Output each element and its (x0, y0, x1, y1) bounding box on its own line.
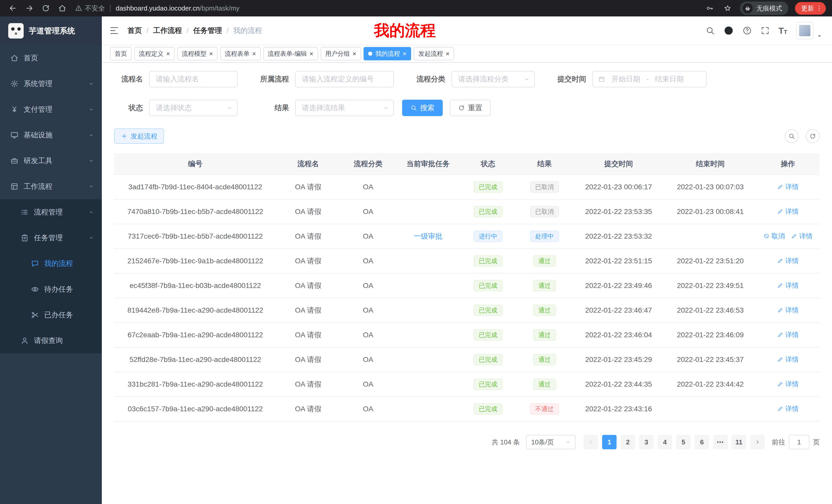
sidebar-item-home[interactable]: 首页 (0, 45, 102, 71)
header-search-icon[interactable] (705, 26, 715, 35)
cell-id: 7317cec6-7b9b-11ec-b5b7-acde48001122 (114, 224, 277, 249)
sidebar-item-payment-management[interactable]: 支付管理 (0, 96, 102, 122)
tab-process-model[interactable]: 流程模型× (177, 47, 217, 60)
submit-time-range-picker[interactable]: 开始日期 - 结束日期 (592, 71, 706, 87)
table-row: 7470a810-7b9b-11ec-b5b7-acde48001122OA 请… (114, 199, 820, 224)
update-button[interactable]: 更新 (795, 2, 826, 15)
close-icon[interactable]: × (209, 50, 213, 57)
browser-menu-icon[interactable] (815, 5, 823, 12)
browser-forward-icon[interactable] (23, 2, 36, 15)
close-icon[interactable]: × (402, 50, 407, 57)
page-size-select[interactable]: 10条/页 (526, 435, 575, 449)
sidebar-item-todo-tasks[interactable]: 待办任务 (0, 276, 102, 302)
pagination: 共 104 条 10条/页 123456•••11 前往 页 (114, 435, 820, 449)
sidebar-item-task-management[interactable]: 任务管理 (0, 225, 102, 251)
cell-result: 通过 (516, 372, 573, 397)
address-bar[interactable]: 不安全 dashboard.yudao.iocoder.cn/bpm/task/… (75, 4, 701, 13)
tab-process-form[interactable]: 流程表单× (220, 47, 260, 60)
detail-button[interactable]: 详情 (777, 281, 799, 290)
detail-button[interactable]: 详情 (777, 404, 799, 413)
url-text[interactable]: dashboard.yudao.iocoder.cn/bpm/task/my (116, 4, 239, 12)
sidebar-item-dev-tools[interactable]: 研发工具 (0, 148, 102, 174)
close-icon[interactable]: × (166, 50, 170, 57)
user-menu[interactable] (796, 22, 823, 39)
refresh-table-icon[interactable] (806, 129, 820, 143)
detail-button[interactable]: 详情 (777, 183, 799, 191)
sidebar-toggle-icon[interactable] (109, 25, 119, 36)
security-warning[interactable]: 不安全 (75, 4, 105, 13)
cell-status: 已完成 (460, 372, 517, 397)
tab-process-definition[interactable]: 流程定义× (134, 47, 175, 60)
cancel-button[interactable]: 取消 (763, 232, 785, 241)
detail-button[interactable]: 详情 (777, 380, 799, 389)
current-task-link[interactable]: 一级审批 (414, 232, 442, 240)
page-button-2[interactable]: 2 (621, 435, 635, 449)
breadcrumb-item[interactable]: 任务管理 (193, 26, 222, 35)
create-process-button[interactable]: 发起流程 (114, 129, 164, 144)
next-page-button[interactable] (750, 435, 765, 449)
browser-back-icon[interactable] (6, 2, 20, 15)
tab-process-form-edit[interactable]: 流程表单-编辑× (263, 47, 318, 60)
close-icon[interactable]: × (353, 50, 356, 57)
sidebar-item-workflow[interactable]: 工作流程 (0, 174, 102, 199)
sidebar-item-infrastructure[interactable]: 基础设施 (0, 122, 102, 148)
tab-home[interactable]: 首页 (110, 47, 132, 60)
tab-my-process[interactable]: 我的流程× (364, 47, 411, 60)
parent-process-input[interactable] (295, 71, 394, 87)
page-button-4[interactable]: 4 (658, 435, 672, 449)
breadcrumb-item[interactable]: 工作流程 (153, 26, 182, 35)
close-icon[interactable]: × (252, 50, 256, 57)
search-button[interactable]: 搜索 (402, 100, 443, 116)
detail-button[interactable]: 详情 (777, 256, 799, 265)
cell-current-task (396, 175, 460, 199)
sidebar-item-system-management[interactable]: 系统管理 (0, 71, 102, 96)
sidebar-item-my-process[interactable]: 我的流程 (0, 251, 102, 276)
fullscreen-icon[interactable] (760, 26, 770, 35)
cell-process-name: OA 请假 (277, 323, 340, 347)
sidebar-item-done-tasks[interactable]: 已办任务 (0, 302, 102, 328)
detail-button[interactable]: 详情 (777, 330, 799, 339)
avatar-dropdown-caret-icon[interactable] (816, 33, 823, 39)
status-select[interactable]: 请选择状态 (149, 100, 238, 116)
edit-icon (777, 405, 783, 412)
app-logo[interactable]: 芋道管理系统 (0, 17, 102, 45)
page-button-5[interactable]: 5 (676, 435, 691, 449)
sidebar-item-leave-query[interactable]: 请假查询 (0, 328, 102, 354)
detail-button[interactable]: 详情 (777, 306, 799, 315)
browser-reload-icon[interactable] (39, 2, 52, 15)
detail-button[interactable]: 详情 (777, 207, 799, 216)
board-icon (10, 183, 19, 191)
detail-button[interactable]: 详情 (791, 232, 813, 241)
breadcrumb-item[interactable]: 首页 (128, 26, 142, 35)
cell-process-name: OA 请假 (277, 249, 340, 273)
cell-process-name: OA 请假 (277, 224, 340, 249)
sidebar-item-process-management[interactable]: 流程管理 (0, 199, 102, 225)
page-button-1[interactable]: 1 (602, 435, 617, 449)
github-icon[interactable] (724, 25, 734, 36)
detail-button[interactable]: 详情 (777, 355, 799, 364)
reset-button[interactable]: 重置 (450, 100, 491, 116)
goto-page-input[interactable] (789, 435, 809, 449)
page-button-3[interactable]: 3 (639, 435, 654, 449)
goto-prefix: 前往 (772, 438, 785, 447)
prev-page-button[interactable] (583, 435, 598, 449)
close-icon[interactable]: × (446, 50, 449, 57)
toggle-search-icon[interactable] (785, 129, 799, 143)
tab-user-group[interactable]: 用户分组× (321, 47, 361, 60)
gear-icon (10, 80, 19, 88)
page-ellipsis[interactable]: ••• (713, 435, 728, 449)
password-key-icon[interactable] (704, 3, 715, 14)
bookmark-star-icon[interactable] (722, 3, 733, 14)
result-select[interactable]: 请选择流结果 (295, 100, 394, 116)
browser-home-icon[interactable] (55, 2, 69, 15)
avatar[interactable] (796, 22, 813, 39)
page-button-11[interactable]: 11 (732, 435, 746, 449)
page-button-6[interactable]: 6 (695, 435, 709, 449)
category-select[interactable]: 请选择流程分类 (451, 71, 535, 87)
tab-label: 流程模型 (182, 50, 206, 58)
close-icon[interactable]: × (310, 50, 313, 57)
help-icon[interactable] (743, 26, 752, 35)
tab-create-process[interactable]: 发起流程× (414, 47, 454, 60)
process-name-input[interactable] (149, 71, 238, 87)
font-size-icon[interactable]: TT (779, 26, 787, 35)
